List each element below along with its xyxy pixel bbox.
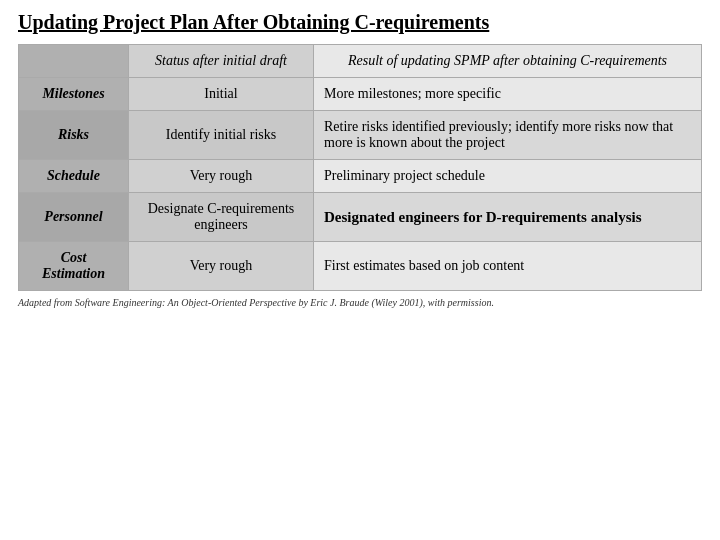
row-result: First estimates based on job content	[314, 242, 702, 291]
row-status: Designate C-requirements engineers	[129, 193, 314, 242]
row-status: Very rough	[129, 242, 314, 291]
row-label: Milestones	[19, 78, 129, 111]
row-status: Identify initial risks	[129, 111, 314, 160]
row-label: Schedule	[19, 160, 129, 193]
table-row: RisksIdentify initial risksRetire risks …	[19, 111, 702, 160]
page-title: Updating Project Plan After Obtaining C-…	[18, 10, 702, 34]
table-row: ScheduleVery roughPreliminary project sc…	[19, 160, 702, 193]
main-table: Status after initial draft Result of upd…	[18, 44, 702, 291]
header-label-cell	[19, 45, 129, 78]
table-row: MilestonesInitialMore milestones; more s…	[19, 78, 702, 111]
table-row: Cost EstimationVery roughFirst estimates…	[19, 242, 702, 291]
footer-text: Adapted from Software Engineering: An Ob…	[18, 297, 702, 308]
row-result: Retire risks identified previously; iden…	[314, 111, 702, 160]
header-status-col: Status after initial draft	[129, 45, 314, 78]
row-label: Cost Estimation	[19, 242, 129, 291]
row-label: Personnel	[19, 193, 129, 242]
table-row: PersonnelDesignate C-requirements engine…	[19, 193, 702, 242]
row-result: More milestones; more specific	[314, 78, 702, 111]
row-label: Risks	[19, 111, 129, 160]
header-result-col: Result of updating SPMP after obtaining …	[314, 45, 702, 78]
row-result: Preliminary project schedule	[314, 160, 702, 193]
row-status: Very rough	[129, 160, 314, 193]
row-status: Initial	[129, 78, 314, 111]
row-result: Designated engineers for D-requirements …	[314, 193, 702, 242]
